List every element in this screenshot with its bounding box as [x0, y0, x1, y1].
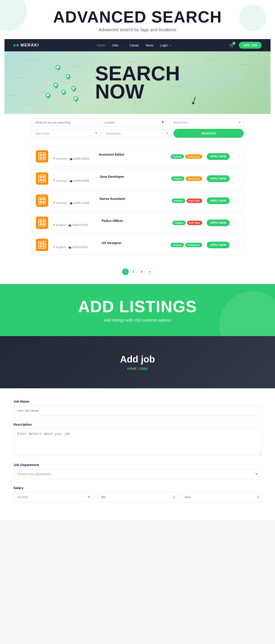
page-button[interactable]: 1 — [122, 268, 129, 275]
job-type-select[interactable]: Type of job — [31, 129, 100, 138]
logo-cell — [42, 223, 45, 225]
apply-button[interactable]: APPLY NOW — [207, 198, 230, 204]
nav-login[interactable]: Login → — [160, 44, 172, 47]
search-button[interactable]: SEARCH — [174, 129, 244, 138]
job-name-input[interactable] — [14, 406, 262, 416]
job-card: Police Officer England 4000$-3000$ Featu… — [31, 213, 244, 232]
map-bg: BARKING SIDE ELMWOOD New York FOREST HIL… — [4, 51, 270, 114]
location-input[interactable] — [100, 118, 167, 126]
cart-icon[interactable]: 🛒 0 — [230, 43, 234, 48]
logo-cell — [42, 220, 45, 222]
form-group-salary: Salary Monthly Hourly Weekly Yearly $ $ — [14, 486, 262, 502]
search-input-group — [31, 118, 98, 126]
job-tags: FeaturePart Time — [172, 198, 202, 203]
breadcrumb: HOME / JOBS — [4, 367, 270, 370]
salary-type-select[interactable]: Monthly Hourly Weekly Yearly — [14, 492, 94, 502]
job-logo-inner — [38, 174, 46, 182]
description-textarea[interactable] — [14, 428, 262, 455]
favorite-button[interactable]: ♡ — [232, 175, 239, 182]
job-tags: FeatureTemporary — [170, 154, 202, 159]
job-tags: FeatureFull Time — [172, 220, 202, 225]
nav-home[interactable]: Home — [97, 44, 105, 47]
job-info: Assistant Editor Germany 2000$-3000$ — [53, 152, 170, 160]
salary-max-input[interactable] — [181, 492, 262, 502]
job-logo — [36, 172, 48, 185]
salary-min-currency: $ — [174, 495, 175, 499]
job-location: Germany — [53, 157, 67, 160]
logo-cell — [42, 198, 45, 200]
logo-cell — [40, 245, 42, 248]
job-title: Java Developer — [53, 174, 171, 178]
form-group-department: Job Department Choose one department Eng… — [14, 463, 262, 479]
job-tag: Part Time — [186, 198, 202, 203]
favorite-button[interactable]: ♡ — [232, 242, 239, 248]
job-salary: 4000$-3000$ — [68, 246, 88, 249]
job-info: Nurse Assistant Germany 4000$-3000$ — [53, 197, 172, 204]
add-listings-section: ADD LISTINGS Add listings with +50 custo… — [0, 284, 275, 336]
job-tag: Internship — [186, 176, 202, 181]
favorite-button[interactable]: ♡ — [232, 197, 239, 204]
breadcrumb-home: HOME — [127, 367, 136, 370]
logo-cell — [40, 154, 42, 156]
search-now-text: SEARCHNOW — [95, 64, 180, 101]
logo-cell — [40, 201, 42, 203]
job-logo-inner — [38, 219, 46, 227]
job-title: Assistant Editor — [53, 152, 170, 156]
brand-dot-1 — [14, 44, 16, 46]
department-select[interactable]: Department — [170, 118, 244, 126]
add-job-hero: Add job HOME / JOBS — [0, 336, 275, 388]
brand: MERÄKI — [14, 43, 39, 48]
page-button[interactable]: 3 — [138, 268, 145, 275]
page-button[interactable]: » — [146, 268, 153, 275]
form-section: Job Name Description Job Department Choo… — [0, 388, 275, 520]
hero-title: ADVANCED SEARCH — [4, 9, 270, 25]
logo-cell — [40, 220, 42, 222]
brand-dot-2 — [16, 44, 19, 46]
apply-button[interactable]: APPLY NOW — [207, 220, 230, 226]
favorite-button[interactable]: ♡ — [232, 219, 239, 226]
department-form-select[interactable]: Choose one department Engineering Design… — [14, 469, 262, 479]
job-meta: England 4000$-3000$ — [53, 246, 170, 249]
search-input[interactable] — [31, 118, 98, 126]
job-tag: Feature — [172, 198, 185, 203]
search-now-overlay: SEARCHNOW ↓ — [95, 64, 180, 101]
add-job-nav-button[interactable]: ADD JOB — [239, 42, 262, 49]
job-tag: Feature — [170, 243, 184, 247]
cart-badge: 0 — [232, 42, 236, 45]
logo-cell — [42, 157, 45, 159]
nav-jobs-group[interactable]: Jobs ··· — [112, 44, 122, 47]
svg-text:GARDEN CITY: GARDEN CITY — [239, 63, 251, 65]
location-input-group: 📍 — [100, 118, 167, 126]
form-group-description: Description — [14, 422, 262, 456]
job-logo-inner — [38, 241, 46, 249]
favorite-button[interactable]: ♡ — [232, 153, 239, 160]
svg-text:ELMWOOD: ELMWOOD — [72, 66, 81, 68]
apply-button[interactable]: APPLY NOW — [207, 242, 230, 248]
breadcrumb-sep: / — [138, 367, 138, 370]
job-salary: 4000$-3000$ — [70, 179, 89, 182]
search-bar-row2: Type of job Experience SEARCH — [31, 129, 244, 138]
location-icon: 📍 — [160, 120, 165, 124]
salary-min-input[interactable] — [97, 492, 178, 502]
job-logo-inner — [38, 152, 46, 160]
brand-dots — [14, 44, 19, 46]
svg-text:Piscataway: Piscataway — [27, 104, 35, 106]
apply-button[interactable]: APPLY NOW — [207, 153, 230, 160]
job-name-label: Job Name — [14, 400, 262, 403]
navbar: MERÄKI Home Jobs ··· Career News Login →… — [4, 39, 270, 51]
job-logo — [36, 239, 48, 251]
navbar-links: Home Jobs ··· Career News Login → — [97, 44, 172, 47]
nav-news[interactable]: News — [146, 44, 153, 47]
page-button[interactable]: 2 — [130, 268, 137, 275]
nav-jobs-link[interactable]: Jobs — [112, 44, 118, 47]
job-tag: Full Time — [187, 220, 202, 225]
experience-select[interactable]: Experience — [102, 129, 172, 138]
apply-button[interactable]: APPLY NOW — [207, 175, 230, 182]
logo-cell — [42, 176, 45, 178]
job-info: Java Developer Germany 4000$-3000$ — [53, 174, 171, 182]
svg-text:LONG ISLAND: LONG ISLAND — [16, 77, 26, 78]
nav-career[interactable]: Career — [129, 44, 139, 47]
logo-cell — [40, 198, 42, 200]
add-listings-subtitle: Add listings with +50 custome options — [4, 318, 270, 323]
logo-cell — [40, 176, 42, 178]
